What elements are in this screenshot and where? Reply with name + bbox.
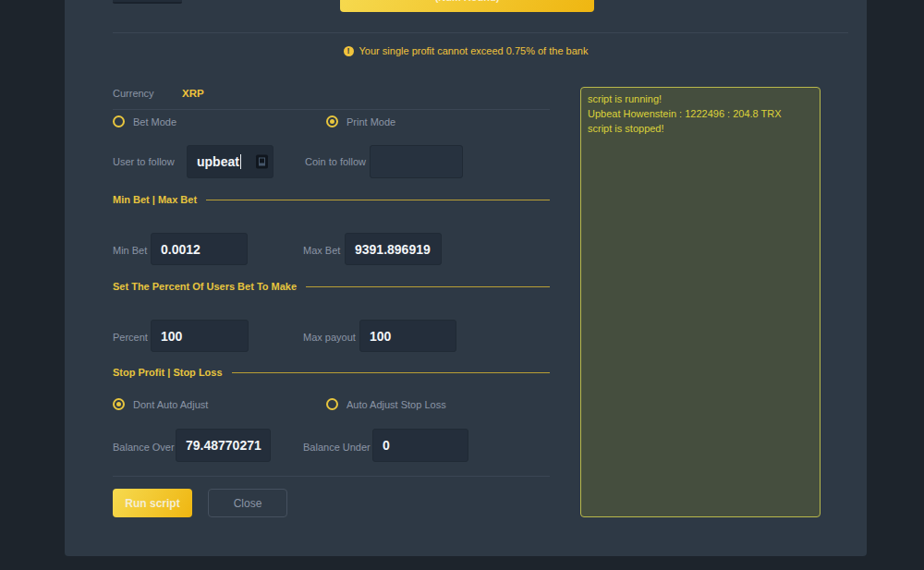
top-action-button[interactable]: (Num Round) xyxy=(340,0,594,12)
radio-bet-mode[interactable]: Bet Mode xyxy=(113,115,176,127)
currency-value: XRP xyxy=(182,88,204,99)
section-percent: Set The Percent Of Users Bet To Make xyxy=(113,281,550,292)
script-settings-modal: (Num Round) ! Your single profit cannot … xyxy=(65,0,867,556)
text-caret xyxy=(240,154,242,169)
max-payout-label: Max payout xyxy=(303,332,356,343)
radio-auto-adjust-stop-loss[interactable]: Auto Adjust Stop Loss xyxy=(326,398,446,410)
keyboard-icon[interactable] xyxy=(256,155,268,169)
user-to-follow-value: upbeat xyxy=(197,154,239,169)
balance-over-label: Balance Over xyxy=(113,442,175,453)
min-bet-value: 0.0012 xyxy=(161,242,201,257)
section-rule-line xyxy=(232,372,550,373)
balance-under-value: 0 xyxy=(383,438,390,453)
min-bet-input[interactable]: 0.0012 xyxy=(151,233,248,265)
percent-input[interactable]: 100 xyxy=(151,320,249,352)
print-mode-label: Print Mode xyxy=(346,116,395,127)
radio-circle-icon xyxy=(326,115,338,127)
console-line: script is stopped! xyxy=(588,121,813,136)
radio-print-mode[interactable]: Print Mode xyxy=(326,115,395,127)
profit-warning-text: Your single profit cannot exceed 0.75% o… xyxy=(359,45,589,56)
cutoff-input-field[interactable] xyxy=(113,0,182,4)
radio-circle-icon xyxy=(113,115,125,127)
balance-under-label: Balance Under xyxy=(303,442,371,453)
max-payout-value: 100 xyxy=(370,329,391,344)
divider-currency xyxy=(113,109,550,110)
auto-adjust-stop-loss-label: Auto Adjust Stop Loss xyxy=(346,399,446,410)
coin-to-follow-input[interactable] xyxy=(370,145,463,178)
run-script-button[interactable]: Run script xyxy=(113,489,192,517)
section-min-max-bet: Min Bet | Max Bet xyxy=(113,194,550,205)
profit-warning: ! Your single profit cannot exceed 0.75%… xyxy=(65,45,867,56)
section-stop-profit-loss: Stop Profit | Stop Loss xyxy=(113,367,550,378)
section-title: Stop Profit | Stop Loss xyxy=(113,367,223,378)
radio-circle-icon xyxy=(326,398,338,410)
balance-over-input[interactable]: 79.48770271 xyxy=(176,429,271,462)
console-line: script is running! xyxy=(588,91,813,106)
radio-circle-icon xyxy=(113,398,125,410)
bet-mode-label: Bet Mode xyxy=(133,116,176,127)
user-to-follow-input[interactable]: upbeat xyxy=(187,145,274,178)
script-output-console[interactable]: script is running! Upbeat Howenstein : 1… xyxy=(580,87,821,517)
max-bet-label: Max Bet xyxy=(303,245,340,256)
min-bet-label: Min Bet xyxy=(113,245,147,256)
currency-row: Currency XRP xyxy=(113,84,204,101)
percent-label: Percent xyxy=(113,332,148,343)
balance-under-input[interactable]: 0 xyxy=(372,429,468,462)
warning-exclamation-icon: ! xyxy=(344,46,354,56)
divider-top xyxy=(113,32,848,33)
user-to-follow-label: User to follow xyxy=(113,156,175,167)
percent-value: 100 xyxy=(161,329,182,344)
max-payout-input[interactable]: 100 xyxy=(359,320,456,352)
section-title: Min Bet | Max Bet xyxy=(113,194,197,205)
max-bet-value: 9391.896919 xyxy=(355,242,431,257)
divider-actions xyxy=(113,476,550,477)
coin-to-follow-label: Coin to follow xyxy=(305,156,366,167)
close-button[interactable]: Close xyxy=(208,489,287,517)
page-background: { "top": { "button_label": "(Num Round)"… xyxy=(0,0,924,570)
balance-over-value: 79.48770271 xyxy=(186,438,261,453)
section-rule-line xyxy=(206,200,550,200)
section-rule-line xyxy=(306,286,550,287)
console-line: Upbeat Howenstein : 1222496 : 204.8 TRX xyxy=(588,106,813,121)
dont-auto-adjust-label: Dont Auto Adjust xyxy=(133,399,208,410)
top-action-button-label: (Num Round) xyxy=(435,0,500,3)
max-bet-input[interactable]: 9391.896919 xyxy=(345,233,442,265)
radio-dont-auto-adjust[interactable]: Dont Auto Adjust xyxy=(113,398,208,410)
section-title: Set The Percent Of Users Bet To Make xyxy=(113,281,297,292)
currency-label: Currency xyxy=(113,88,154,99)
